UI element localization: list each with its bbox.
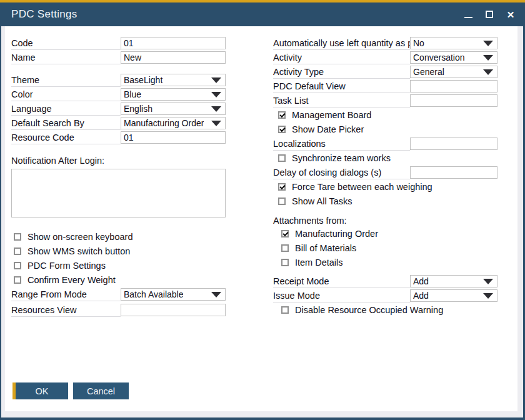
field-delay-closing-dialogs: Delay of closing dialogs (s) <box>273 166 498 179</box>
chevron-down-icon <box>211 92 221 98</box>
code-label: Code <box>11 36 121 50</box>
range-from-mode-select[interactable]: Batch Available <box>121 288 226 301</box>
field-issue-mode: Issue Mode Add <box>273 289 498 302</box>
field-language: Language English <box>11 102 226 116</box>
checkbox-row-show-wms-switch: Show WMS switch button <box>11 244 226 258</box>
field-default-search-by: Default Search By Manufacturing Order <box>11 116 226 130</box>
theme-select[interactable]: BaseLight <box>121 74 226 86</box>
checkbox-row-disable-resource-occupied-warning: Disable Resource Occupied Warning <box>273 303 498 317</box>
auto-use-left-quantity-label: Automatically use left quantity as p <box>273 36 410 50</box>
attachments-from-label: Attachments from: <box>273 214 498 227</box>
receipt-mode-label: Receipt Mode <box>273 274 410 288</box>
resource-code-input[interactable] <box>121 131 226 144</box>
window-frame-inner: Code Name Theme BaseLight Color Blue <box>1 26 523 418</box>
notification-textarea[interactable] <box>11 169 226 218</box>
close-button[interactable]: ✕ <box>505 9 516 20</box>
activity-label: Activity <box>273 51 410 64</box>
confirm-every-weight-checkbox[interactable] <box>14 276 21 284</box>
show-onscreen-keyboard-checkbox[interactable] <box>14 233 21 241</box>
field-resource-code: Resource Code <box>11 131 226 144</box>
resource-code-label: Resource Code <box>11 131 121 144</box>
chevron-down-icon <box>211 106 221 112</box>
pdc-default-view-label: PDC Default View <box>273 79 410 93</box>
default-search-by-select[interactable]: Manufacturing Order <box>121 117 226 129</box>
left-column: Code Name Theme BaseLight Color Blue <box>11 36 226 318</box>
window-frame: Code Name Theme BaseLight Color Blue <box>0 26 525 418</box>
notification-after-login-label: Notification After Login: <box>11 154 226 167</box>
chevron-down-icon <box>483 293 493 299</box>
minimize-button[interactable] <box>462 9 474 20</box>
attachment-item-details-checkbox[interactable] <box>281 259 289 266</box>
pdc-default-view-input[interactable] <box>410 80 498 92</box>
field-resources-view: Resources View <box>11 303 226 317</box>
field-code: Code <box>11 36 226 50</box>
localizations-input[interactable] <box>410 138 498 150</box>
checkbox-row-attachment-manufacturing-order: Manufacturing Order <box>273 227 498 241</box>
code-input[interactable] <box>121 37 226 49</box>
field-range-from-mode: Range From Mode Batch Available <box>11 288 226 301</box>
field-color: Color Blue <box>11 88 226 101</box>
bottom-border-bar <box>0 418 525 420</box>
language-select[interactable]: English <box>121 102 226 115</box>
synchronize-team-works-checkbox[interactable] <box>278 154 286 162</box>
chevron-down-icon <box>211 292 221 298</box>
auto-use-left-quantity-select[interactable]: No <box>410 37 498 49</box>
color-select[interactable]: Blue <box>121 88 226 101</box>
maximize-button[interactable] <box>484 9 495 20</box>
task-list-input[interactable] <box>410 94 498 107</box>
cancel-button[interactable]: Cancel <box>73 382 129 399</box>
right-column: Automatically use left quantity as p No … <box>273 36 498 318</box>
task-list-label: Task List <box>273 94 410 108</box>
force-tare-checkbox[interactable] <box>278 183 286 191</box>
window-title: PDC Settings <box>11 8 78 21</box>
checkbox-row-show-onscreen-keyboard: Show on-screen keyboard <box>11 230 226 244</box>
titlebar: PDC Settings ✕ <box>0 2 525 26</box>
pdc-settings-window: PDC Settings ✕ Code Name <box>0 0 525 420</box>
chevron-down-icon <box>211 78 221 83</box>
chevron-down-icon <box>483 41 493 46</box>
field-name: Name <box>11 51 226 64</box>
dialog-content: Code Name Theme BaseLight Color Blue <box>5 26 518 411</box>
resources-view-input[interactable] <box>121 304 226 316</box>
field-task-list: Task List <box>273 94 498 108</box>
issue-mode-label: Issue Mode <box>273 289 410 302</box>
activity-type-select[interactable]: General <box>410 66 498 78</box>
checkbox-row-attachment-bill-of-materials: Bill of Materials <box>273 241 498 255</box>
checkbox-row-confirm-every-weight: Confirm Every Weight <box>11 273 226 287</box>
disable-resource-occupied-warning-checkbox[interactable] <box>281 306 289 314</box>
attachment-bill-of-materials-checkbox[interactable] <box>281 244 289 252</box>
delay-closing-dialogs-input[interactable] <box>410 166 498 179</box>
attachment-manufacturing-order-checkbox[interactable] <box>281 230 289 238</box>
name-input[interactable] <box>121 51 226 64</box>
field-pdc-default-view: PDC Default View <box>273 79 498 93</box>
field-theme: Theme BaseLight <box>11 73 226 87</box>
chevron-down-icon <box>211 121 221 126</box>
receipt-mode-select[interactable]: Add <box>410 275 498 288</box>
chevron-down-icon <box>483 279 493 284</box>
management-board-checkbox[interactable] <box>278 111 286 119</box>
field-activity: Activity Conversation <box>273 51 498 64</box>
range-from-mode-label: Range From Mode <box>11 288 121 301</box>
language-label: Language <box>11 102 121 116</box>
issue-mode-select[interactable]: Add <box>410 289 498 302</box>
show-date-picker-checkbox[interactable] <box>278 126 286 133</box>
minimize-icon <box>464 17 472 18</box>
show-all-tasks-checkbox[interactable] <box>278 198 286 205</box>
checkbox-row-management-board: Management Board <box>273 108 498 122</box>
field-activity-type: Activity Type General <box>273 65 498 79</box>
pdc-form-settings-checkbox[interactable] <box>14 262 21 269</box>
close-icon: ✕ <box>507 10 515 19</box>
resources-view-label: Resources View <box>11 303 121 317</box>
chevron-down-icon <box>483 69 493 75</box>
show-wms-switch-checkbox[interactable] <box>14 248 21 255</box>
activity-select[interactable]: Conversation <box>410 51 498 64</box>
maximize-icon <box>486 11 493 18</box>
checkbox-row-synchronize-team-works: Synchronize team works <box>273 151 498 165</box>
localizations-label: Localizations <box>273 137 410 151</box>
field-auto-use-left-quantity: Automatically use left quantity as p No <box>273 36 498 50</box>
color-label: Color <box>11 88 121 101</box>
ok-button[interactable]: OK <box>12 382 68 399</box>
default-search-by-label: Default Search By <box>11 116 121 130</box>
activity-type-label: Activity Type <box>273 65 410 79</box>
delay-closing-dialogs-label: Delay of closing dialogs (s) <box>273 166 410 179</box>
